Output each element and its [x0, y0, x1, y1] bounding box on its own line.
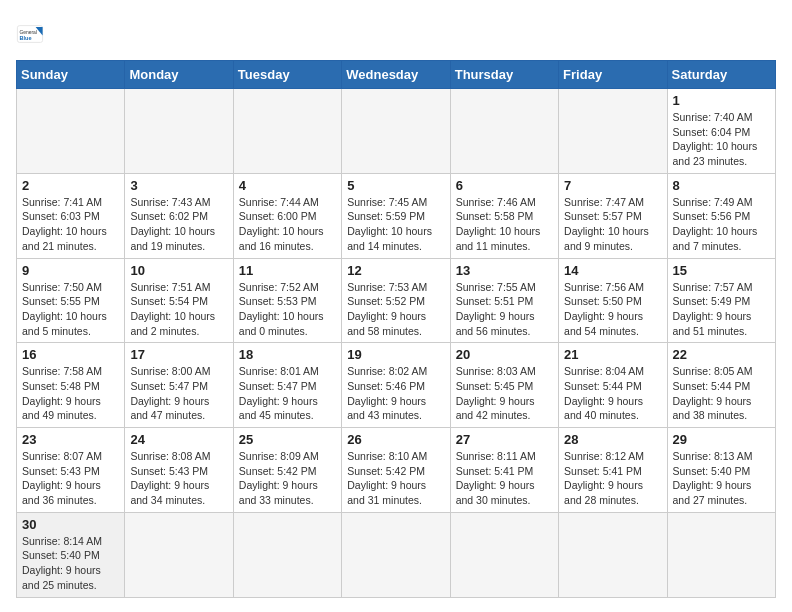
day-number: 10	[130, 263, 227, 278]
day-info: Sunrise: 8:14 AMSunset: 5:40 PMDaylight:…	[22, 534, 119, 593]
day-number: 28	[564, 432, 661, 447]
calendar-cell: 11Sunrise: 7:52 AMSunset: 5:53 PMDayligh…	[233, 258, 341, 343]
page-header: General Blue	[16, 16, 776, 48]
day-number: 1	[673, 93, 770, 108]
day-info: Sunrise: 7:55 AMSunset: 5:51 PMDaylight:…	[456, 280, 553, 339]
day-info: Sunrise: 8:13 AMSunset: 5:40 PMDaylight:…	[673, 449, 770, 508]
calendar-cell: 7Sunrise: 7:47 AMSunset: 5:57 PMDaylight…	[559, 173, 667, 258]
day-number: 26	[347, 432, 444, 447]
calendar-cell: 16Sunrise: 7:58 AMSunset: 5:48 PMDayligh…	[17, 343, 125, 428]
weekday-header: Saturday	[667, 61, 775, 89]
calendar-cell	[342, 89, 450, 174]
day-info: Sunrise: 8:09 AMSunset: 5:42 PMDaylight:…	[239, 449, 336, 508]
day-number: 19	[347, 347, 444, 362]
weekday-header: Wednesday	[342, 61, 450, 89]
calendar-cell: 30Sunrise: 8:14 AMSunset: 5:40 PMDayligh…	[17, 512, 125, 597]
weekday-header-row: SundayMondayTuesdayWednesdayThursdayFrid…	[17, 61, 776, 89]
day-number: 20	[456, 347, 553, 362]
calendar-cell: 23Sunrise: 8:07 AMSunset: 5:43 PMDayligh…	[17, 428, 125, 513]
day-number: 13	[456, 263, 553, 278]
calendar-cell	[233, 512, 341, 597]
calendar-cell: 13Sunrise: 7:55 AMSunset: 5:51 PMDayligh…	[450, 258, 558, 343]
day-number: 15	[673, 263, 770, 278]
weekday-header: Sunday	[17, 61, 125, 89]
weekday-header: Monday	[125, 61, 233, 89]
day-info: Sunrise: 7:57 AMSunset: 5:49 PMDaylight:…	[673, 280, 770, 339]
day-number: 18	[239, 347, 336, 362]
calendar-week-row: 16Sunrise: 7:58 AMSunset: 5:48 PMDayligh…	[17, 343, 776, 428]
day-info: Sunrise: 8:08 AMSunset: 5:43 PMDaylight:…	[130, 449, 227, 508]
day-number: 25	[239, 432, 336, 447]
calendar-cell: 17Sunrise: 8:00 AMSunset: 5:47 PMDayligh…	[125, 343, 233, 428]
day-info: Sunrise: 7:44 AMSunset: 6:00 PMDaylight:…	[239, 195, 336, 254]
calendar-cell	[125, 89, 233, 174]
day-info: Sunrise: 7:52 AMSunset: 5:53 PMDaylight:…	[239, 280, 336, 339]
calendar-cell: 25Sunrise: 8:09 AMSunset: 5:42 PMDayligh…	[233, 428, 341, 513]
calendar-cell: 22Sunrise: 8:05 AMSunset: 5:44 PMDayligh…	[667, 343, 775, 428]
calendar-cell: 8Sunrise: 7:49 AMSunset: 5:56 PMDaylight…	[667, 173, 775, 258]
day-info: Sunrise: 7:49 AMSunset: 5:56 PMDaylight:…	[673, 195, 770, 254]
calendar-cell: 9Sunrise: 7:50 AMSunset: 5:55 PMDaylight…	[17, 258, 125, 343]
day-info: Sunrise: 8:00 AMSunset: 5:47 PMDaylight:…	[130, 364, 227, 423]
day-info: Sunrise: 7:41 AMSunset: 6:03 PMDaylight:…	[22, 195, 119, 254]
day-number: 2	[22, 178, 119, 193]
svg-text:Blue: Blue	[20, 35, 32, 41]
day-info: Sunrise: 8:03 AMSunset: 5:45 PMDaylight:…	[456, 364, 553, 423]
calendar-cell: 2Sunrise: 7:41 AMSunset: 6:03 PMDaylight…	[17, 173, 125, 258]
day-info: Sunrise: 8:12 AMSunset: 5:41 PMDaylight:…	[564, 449, 661, 508]
day-number: 9	[22, 263, 119, 278]
day-number: 11	[239, 263, 336, 278]
day-info: Sunrise: 8:04 AMSunset: 5:44 PMDaylight:…	[564, 364, 661, 423]
calendar-cell: 21Sunrise: 8:04 AMSunset: 5:44 PMDayligh…	[559, 343, 667, 428]
day-number: 27	[456, 432, 553, 447]
calendar-cell	[17, 89, 125, 174]
day-number: 24	[130, 432, 227, 447]
calendar-cell: 18Sunrise: 8:01 AMSunset: 5:47 PMDayligh…	[233, 343, 341, 428]
calendar-cell	[667, 512, 775, 597]
day-info: Sunrise: 7:40 AMSunset: 6:04 PMDaylight:…	[673, 110, 770, 169]
day-info: Sunrise: 7:45 AMSunset: 5:59 PMDaylight:…	[347, 195, 444, 254]
calendar-cell: 5Sunrise: 7:45 AMSunset: 5:59 PMDaylight…	[342, 173, 450, 258]
day-number: 5	[347, 178, 444, 193]
weekday-header: Friday	[559, 61, 667, 89]
calendar-cell: 12Sunrise: 7:53 AMSunset: 5:52 PMDayligh…	[342, 258, 450, 343]
day-info: Sunrise: 7:51 AMSunset: 5:54 PMDaylight:…	[130, 280, 227, 339]
day-info: Sunrise: 8:05 AMSunset: 5:44 PMDaylight:…	[673, 364, 770, 423]
calendar-week-row: 30Sunrise: 8:14 AMSunset: 5:40 PMDayligh…	[17, 512, 776, 597]
day-number: 12	[347, 263, 444, 278]
day-number: 14	[564, 263, 661, 278]
day-number: 6	[456, 178, 553, 193]
day-info: Sunrise: 8:02 AMSunset: 5:46 PMDaylight:…	[347, 364, 444, 423]
calendar-week-row: 23Sunrise: 8:07 AMSunset: 5:43 PMDayligh…	[17, 428, 776, 513]
day-info: Sunrise: 7:47 AMSunset: 5:57 PMDaylight:…	[564, 195, 661, 254]
calendar-cell	[559, 89, 667, 174]
calendar-cell: 15Sunrise: 7:57 AMSunset: 5:49 PMDayligh…	[667, 258, 775, 343]
day-info: Sunrise: 8:07 AMSunset: 5:43 PMDaylight:…	[22, 449, 119, 508]
calendar-cell: 6Sunrise: 7:46 AMSunset: 5:58 PMDaylight…	[450, 173, 558, 258]
logo: General Blue	[16, 16, 48, 48]
day-info: Sunrise: 8:11 AMSunset: 5:41 PMDaylight:…	[456, 449, 553, 508]
calendar: SundayMondayTuesdayWednesdayThursdayFrid…	[16, 60, 776, 598]
calendar-week-row: 1Sunrise: 7:40 AMSunset: 6:04 PMDaylight…	[17, 89, 776, 174]
day-number: 16	[22, 347, 119, 362]
day-number: 29	[673, 432, 770, 447]
day-number: 7	[564, 178, 661, 193]
calendar-cell: 20Sunrise: 8:03 AMSunset: 5:45 PMDayligh…	[450, 343, 558, 428]
calendar-cell: 1Sunrise: 7:40 AMSunset: 6:04 PMDaylight…	[667, 89, 775, 174]
calendar-cell: 10Sunrise: 7:51 AMSunset: 5:54 PMDayligh…	[125, 258, 233, 343]
weekday-header: Tuesday	[233, 61, 341, 89]
day-number: 22	[673, 347, 770, 362]
day-info: Sunrise: 7:58 AMSunset: 5:48 PMDaylight:…	[22, 364, 119, 423]
calendar-cell	[233, 89, 341, 174]
day-info: Sunrise: 8:10 AMSunset: 5:42 PMDaylight:…	[347, 449, 444, 508]
day-number: 8	[673, 178, 770, 193]
calendar-cell: 28Sunrise: 8:12 AMSunset: 5:41 PMDayligh…	[559, 428, 667, 513]
day-info: Sunrise: 7:53 AMSunset: 5:52 PMDaylight:…	[347, 280, 444, 339]
calendar-cell: 26Sunrise: 8:10 AMSunset: 5:42 PMDayligh…	[342, 428, 450, 513]
day-info: Sunrise: 7:43 AMSunset: 6:02 PMDaylight:…	[130, 195, 227, 254]
day-number: 23	[22, 432, 119, 447]
day-number: 4	[239, 178, 336, 193]
day-number: 30	[22, 517, 119, 532]
calendar-cell: 14Sunrise: 7:56 AMSunset: 5:50 PMDayligh…	[559, 258, 667, 343]
calendar-cell: 3Sunrise: 7:43 AMSunset: 6:02 PMDaylight…	[125, 173, 233, 258]
